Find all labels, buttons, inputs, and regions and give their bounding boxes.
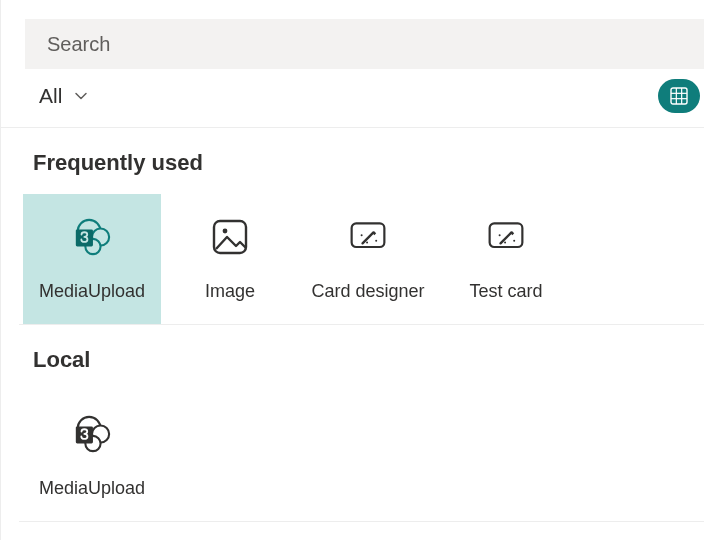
tile-label: MediaUpload — [39, 478, 145, 499]
tile-label: Image — [205, 281, 255, 302]
grid-view-toggle[interactable] — [658, 79, 700, 113]
svg-point-16 — [499, 234, 501, 236]
image-icon — [210, 217, 250, 257]
tile-label: MediaUpload — [39, 281, 145, 302]
svg-point-10 — [223, 228, 228, 233]
chevron-down-icon — [74, 89, 88, 103]
svg-point-18 — [513, 239, 515, 241]
tile-mediaupload[interactable]: MediaUpload — [23, 194, 161, 324]
svg-rect-15 — [490, 223, 523, 247]
tile-test-card[interactable]: Test card — [437, 194, 575, 324]
local-tiles: MediaUpload — [23, 391, 704, 521]
tile-mediaupload-local[interactable]: MediaUpload — [23, 391, 161, 521]
frequent-tiles: MediaUpload Image — [23, 194, 704, 324]
grid-icon — [670, 87, 688, 105]
card-designer-icon — [486, 217, 526, 257]
section-title-local: Local — [23, 341, 704, 391]
tile-image[interactable]: Image — [161, 194, 299, 324]
section-title-frequent: Frequently used — [23, 144, 704, 194]
sharepoint-media-icon — [72, 217, 112, 257]
svg-rect-11 — [352, 223, 385, 247]
category-filter-dropdown[interactable]: All — [31, 80, 96, 112]
svg-point-12 — [361, 234, 363, 236]
tile-card-designer[interactable]: Card designer — [299, 194, 437, 324]
category-filter-label: All — [39, 84, 62, 108]
webpart-picker-panel: All Frequently used — [0, 0, 704, 540]
svg-rect-9 — [214, 221, 246, 253]
svg-rect-0 — [671, 88, 687, 104]
tile-label: Card designer — [311, 281, 424, 302]
section-divider — [19, 521, 704, 522]
svg-point-17 — [504, 241, 506, 243]
search-input[interactable] — [25, 19, 704, 69]
search-container — [1, 0, 704, 69]
sharepoint-media-icon — [72, 414, 112, 454]
svg-point-13 — [366, 241, 368, 243]
section-frequently-used: Frequently used MediaUpload — [1, 128, 704, 324]
section-local: Local MediaUpload — [1, 325, 704, 521]
tile-label: Test card — [469, 281, 542, 302]
filter-row: All — [1, 69, 704, 128]
card-designer-icon — [348, 217, 388, 257]
svg-point-14 — [375, 239, 377, 241]
